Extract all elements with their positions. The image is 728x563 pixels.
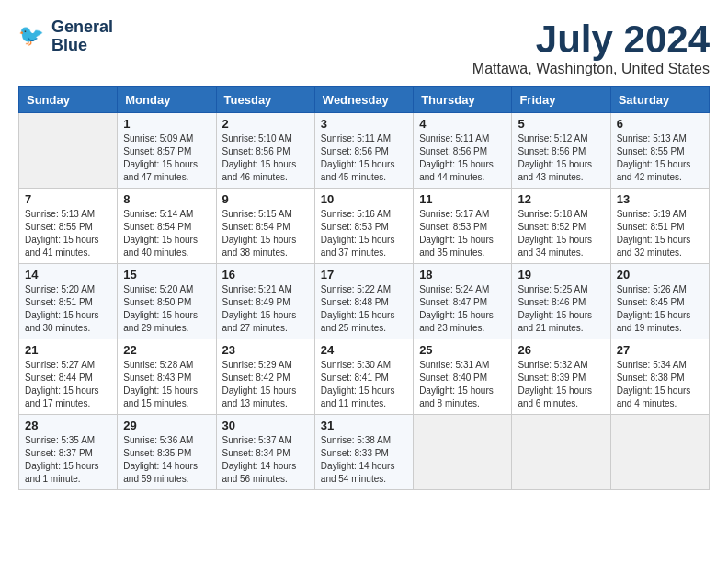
header-cell-thursday: Thursday (414, 87, 512, 113)
day-info: Sunrise: 5:34 AM Sunset: 8:38 PM Dayligh… (617, 359, 703, 410)
day-number: 19 (518, 268, 604, 282)
calendar-header: SundayMondayTuesdayWednesdayThursdayFrid… (19, 87, 710, 113)
day-number: 8 (123, 192, 210, 206)
day-number: 25 (419, 343, 506, 357)
day-number: 5 (518, 117, 604, 131)
day-number: 26 (518, 343, 604, 357)
calendar-cell: 13Sunrise: 5:19 AM Sunset: 8:51 PM Dayli… (610, 189, 709, 264)
header: 🐦 General Blue July 2024 Mattawa, Washin… (18, 18, 710, 77)
header-cell-sunday: Sunday (19, 87, 118, 113)
day-number: 4 (419, 117, 506, 131)
day-info: Sunrise: 5:18 AM Sunset: 8:52 PM Dayligh… (518, 208, 604, 259)
calendar-cell: 8Sunrise: 5:14 AM Sunset: 8:54 PM Daylig… (118, 189, 216, 264)
day-info: Sunrise: 5:27 AM Sunset: 8:44 PM Dayligh… (25, 359, 111, 410)
day-number: 16 (222, 268, 309, 282)
day-number: 18 (419, 268, 506, 282)
calendar-cell: 27Sunrise: 5:34 AM Sunset: 8:38 PM Dayli… (610, 339, 709, 415)
calendar-cell: 3Sunrise: 5:11 AM Sunset: 8:56 PM Daylig… (314, 113, 413, 189)
week-row-1: 7Sunrise: 5:13 AM Sunset: 8:55 PM Daylig… (19, 189, 710, 264)
day-info: Sunrise: 5:26 AM Sunset: 8:45 PM Dayligh… (617, 283, 703, 335)
day-number: 12 (518, 192, 604, 206)
logo: 🐦 General Blue (18, 18, 113, 55)
day-info: Sunrise: 5:31 AM Sunset: 8:40 PM Dayligh… (419, 359, 506, 410)
calendar-cell: 4Sunrise: 5:11 AM Sunset: 8:56 PM Daylig… (414, 113, 512, 189)
calendar-cell: 9Sunrise: 5:15 AM Sunset: 8:54 PM Daylig… (216, 189, 314, 264)
week-row-3: 21Sunrise: 5:27 AM Sunset: 8:44 PM Dayli… (19, 339, 710, 415)
day-number: 17 (321, 268, 407, 282)
day-info: Sunrise: 5:11 AM Sunset: 8:56 PM Dayligh… (321, 132, 407, 184)
day-number: 29 (123, 419, 210, 432)
day-info: Sunrise: 5:22 AM Sunset: 8:48 PM Dayligh… (321, 283, 407, 335)
day-number: 27 (617, 343, 703, 357)
day-info: Sunrise: 5:09 AM Sunset: 8:57 PM Dayligh… (123, 132, 210, 184)
day-number: 1 (123, 117, 210, 131)
calendar-cell: 23Sunrise: 5:29 AM Sunset: 8:42 PM Dayli… (216, 339, 314, 415)
day-info: Sunrise: 5:21 AM Sunset: 8:49 PM Dayligh… (222, 283, 309, 335)
calendar-cell: 24Sunrise: 5:30 AM Sunset: 8:41 PM Dayli… (314, 339, 413, 415)
calendar-cell: 11Sunrise: 5:17 AM Sunset: 8:53 PM Dayli… (414, 189, 512, 264)
day-info: Sunrise: 5:11 AM Sunset: 8:56 PM Dayligh… (419, 132, 506, 184)
day-info: Sunrise: 5:15 AM Sunset: 8:54 PM Dayligh… (222, 208, 309, 259)
day-info: Sunrise: 5:13 AM Sunset: 8:55 PM Dayligh… (617, 132, 703, 184)
calendar-cell: 29Sunrise: 5:36 AM Sunset: 8:35 PM Dayli… (118, 415, 216, 490)
calendar-cell: 5Sunrise: 5:12 AM Sunset: 8:56 PM Daylig… (512, 113, 610, 189)
logo-bird-icon: 🐦 (18, 22, 48, 52)
day-info: Sunrise: 5:28 AM Sunset: 8:43 PM Dayligh… (123, 359, 210, 410)
day-info: Sunrise: 5:19 AM Sunset: 8:51 PM Dayligh… (617, 208, 703, 259)
calendar-cell: 18Sunrise: 5:24 AM Sunset: 8:47 PM Dayli… (414, 264, 512, 339)
title-area: July 2024 Mattawa, Washington, United St… (472, 18, 710, 77)
calendar-cell: 10Sunrise: 5:16 AM Sunset: 8:53 PM Dayli… (314, 189, 413, 264)
day-info: Sunrise: 5:17 AM Sunset: 8:53 PM Dayligh… (419, 208, 506, 259)
calendar-cell: 26Sunrise: 5:32 AM Sunset: 8:39 PM Dayli… (512, 339, 610, 415)
day-number: 3 (321, 117, 407, 131)
calendar-cell: 19Sunrise: 5:25 AM Sunset: 8:46 PM Dayli… (512, 264, 610, 339)
calendar-table: SundayMondayTuesdayWednesdayThursdayFrid… (18, 86, 710, 490)
calendar-cell: 14Sunrise: 5:20 AM Sunset: 8:51 PM Dayli… (19, 264, 118, 339)
calendar-cell: 12Sunrise: 5:18 AM Sunset: 8:52 PM Dayli… (512, 189, 610, 264)
logo-text: General Blue (51, 18, 113, 55)
calendar-cell: 6Sunrise: 5:13 AM Sunset: 8:55 PM Daylig… (610, 113, 709, 189)
calendar-cell (414, 415, 512, 490)
header-cell-wednesday: Wednesday (314, 87, 413, 113)
day-info: Sunrise: 5:14 AM Sunset: 8:54 PM Dayligh… (123, 208, 210, 259)
header-cell-saturday: Saturday (610, 87, 709, 113)
week-row-2: 14Sunrise: 5:20 AM Sunset: 8:51 PM Dayli… (19, 264, 710, 339)
calendar-cell: 25Sunrise: 5:31 AM Sunset: 8:40 PM Dayli… (414, 339, 512, 415)
day-info: Sunrise: 5:36 AM Sunset: 8:35 PM Dayligh… (123, 434, 210, 486)
day-info: Sunrise: 5:38 AM Sunset: 8:33 PM Dayligh… (321, 434, 407, 486)
day-number: 13 (617, 192, 703, 206)
day-info: Sunrise: 5:20 AM Sunset: 8:51 PM Dayligh… (25, 283, 111, 335)
day-number: 24 (321, 343, 407, 357)
day-number: 20 (617, 268, 703, 282)
calendar-cell (19, 113, 118, 189)
header-cell-friday: Friday (512, 87, 610, 113)
calendar-cell: 22Sunrise: 5:28 AM Sunset: 8:43 PM Dayli… (118, 339, 216, 415)
header-cell-tuesday: Tuesday (216, 87, 314, 113)
header-row: SundayMondayTuesdayWednesdayThursdayFrid… (19, 87, 710, 113)
header-cell-monday: Monday (118, 87, 216, 113)
calendar-cell: 28Sunrise: 5:35 AM Sunset: 8:37 PM Dayli… (19, 415, 118, 490)
day-info: Sunrise: 5:12 AM Sunset: 8:56 PM Dayligh… (518, 132, 604, 184)
day-info: Sunrise: 5:16 AM Sunset: 8:53 PM Dayligh… (321, 208, 407, 259)
day-number: 23 (222, 343, 309, 357)
day-info: Sunrise: 5:24 AM Sunset: 8:47 PM Dayligh… (419, 283, 506, 335)
calendar-cell: 21Sunrise: 5:27 AM Sunset: 8:44 PM Dayli… (19, 339, 118, 415)
week-row-4: 28Sunrise: 5:35 AM Sunset: 8:37 PM Dayli… (19, 415, 710, 490)
day-number: 14 (25, 268, 111, 282)
calendar-cell: 15Sunrise: 5:20 AM Sunset: 8:50 PM Dayli… (118, 264, 216, 339)
day-info: Sunrise: 5:13 AM Sunset: 8:55 PM Dayligh… (25, 208, 111, 259)
day-number: 28 (25, 419, 111, 432)
day-info: Sunrise: 5:37 AM Sunset: 8:34 PM Dayligh… (222, 434, 309, 486)
calendar-cell: 16Sunrise: 5:21 AM Sunset: 8:49 PM Dayli… (216, 264, 314, 339)
day-number: 11 (419, 192, 506, 206)
svg-text:🐦: 🐦 (18, 23, 44, 48)
day-number: 6 (617, 117, 703, 131)
day-info: Sunrise: 5:32 AM Sunset: 8:39 PM Dayligh… (518, 359, 604, 410)
day-number: 2 (222, 117, 309, 131)
calendar-cell: 30Sunrise: 5:37 AM Sunset: 8:34 PM Dayli… (216, 415, 314, 490)
calendar-cell: 7Sunrise: 5:13 AM Sunset: 8:55 PM Daylig… (19, 189, 118, 264)
calendar-cell: 2Sunrise: 5:10 AM Sunset: 8:56 PM Daylig… (216, 113, 314, 189)
calendar-body: 1Sunrise: 5:09 AM Sunset: 8:57 PM Daylig… (19, 113, 710, 490)
day-info: Sunrise: 5:35 AM Sunset: 8:37 PM Dayligh… (25, 434, 111, 486)
day-info: Sunrise: 5:10 AM Sunset: 8:56 PM Dayligh… (222, 132, 309, 184)
